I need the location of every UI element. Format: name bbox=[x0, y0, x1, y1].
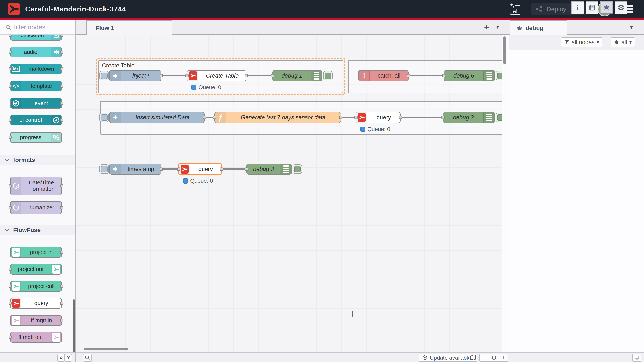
zoom-in-button[interactable]: + bbox=[498, 354, 508, 362]
port-out[interactable] bbox=[60, 285, 63, 288]
port-out[interactable] bbox=[60, 184, 63, 187]
node-debug-2[interactable]: debug 2 bbox=[443, 112, 495, 123]
port-out[interactable] bbox=[399, 116, 402, 119]
filter-nodes-input[interactable] bbox=[14, 24, 67, 31]
debug-toggle-button[interactable] bbox=[323, 71, 333, 80]
zoom-out-button[interactable]: − bbox=[480, 354, 489, 362]
node-debug-1[interactable]: debug 1 bbox=[272, 70, 322, 81]
palette-node-audio[interactable]: audio bbox=[10, 47, 62, 57]
inject-button[interactable] bbox=[100, 71, 109, 80]
port-in[interactable] bbox=[9, 136, 12, 139]
port-in[interactable] bbox=[186, 74, 189, 77]
tab-flow-1[interactable]: Flow 1 bbox=[86, 20, 172, 35]
wire[interactable] bbox=[400, 117, 443, 118]
port-in[interactable] bbox=[9, 67, 12, 70]
tab-debug[interactable]: debug bbox=[510, 20, 567, 35]
palette-node-query[interactable]: query bbox=[10, 298, 62, 309]
ai-assistant-button[interactable]: AI bbox=[509, 3, 521, 15]
add-flow-button[interactable]: + bbox=[481, 22, 492, 32]
port-out[interactable] bbox=[220, 168, 223, 171]
palette-node-progress[interactable]: progress % bbox=[10, 132, 62, 143]
node-create-table[interactable]: Create Table bbox=[187, 70, 246, 81]
palette-node-project-call[interactable]: project call bbox=[10, 281, 62, 292]
port-in[interactable] bbox=[9, 119, 12, 122]
palette-node-datetime-formatter[interactable]: Date/Time Formatter bbox=[10, 177, 62, 195]
node-debug-6[interactable]: debug 6 bbox=[444, 70, 495, 81]
port-out[interactable] bbox=[60, 51, 63, 54]
help-tab-button[interactable] bbox=[586, 1, 598, 14]
port-out[interactable] bbox=[60, 251, 63, 254]
port-out[interactable] bbox=[339, 116, 342, 119]
port-out[interactable] bbox=[60, 35, 63, 37]
node-query-3-selected[interactable]: query bbox=[178, 163, 222, 175]
port-in[interactable] bbox=[9, 184, 12, 187]
node-generate-sensor-data[interactable]: f Generate last 7 days sensor data bbox=[214, 112, 341, 123]
port-in[interactable] bbox=[271, 74, 274, 77]
debug-filter-button[interactable]: all nodes ▾ bbox=[561, 37, 602, 47]
palette-node-event[interactable]: event bbox=[10, 98, 62, 109]
port-out[interactable] bbox=[60, 102, 63, 105]
wire[interactable] bbox=[246, 75, 272, 76]
palette-node-project-in[interactable]: project in bbox=[10, 247, 62, 258]
canvas-search-button[interactable] bbox=[83, 354, 92, 362]
port-out[interactable] bbox=[407, 74, 410, 77]
port-out[interactable] bbox=[60, 319, 63, 322]
update-available-button[interactable]: Update available bbox=[419, 354, 474, 362]
inject-button[interactable] bbox=[100, 165, 109, 174]
port-in[interactable] bbox=[177, 168, 180, 171]
node-timestamp[interactable]: timestamp bbox=[109, 164, 162, 175]
wire[interactable] bbox=[162, 169, 178, 170]
port-in[interactable] bbox=[354, 116, 358, 119]
port-out[interactable] bbox=[160, 74, 163, 77]
palette-collapse-all-button[interactable] bbox=[58, 354, 65, 362]
port-in[interactable] bbox=[442, 74, 445, 77]
wire[interactable] bbox=[162, 75, 187, 76]
port-in[interactable] bbox=[442, 116, 445, 119]
node-inject-1[interactable]: inject ¹ bbox=[109, 70, 162, 81]
palette-node-project-out[interactable]: project out bbox=[10, 264, 62, 275]
expand-sidebar-button[interactable] bbox=[632, 354, 642, 362]
port-in[interactable] bbox=[9, 336, 12, 339]
info-tab-button[interactable]: i bbox=[571, 1, 584, 14]
config-tab-button[interactable]: ⚙ bbox=[614, 1, 628, 14]
wire[interactable] bbox=[341, 117, 356, 118]
port-out[interactable] bbox=[60, 206, 63, 209]
palette-node-ui-control[interactable]: ui control bbox=[10, 115, 62, 126]
port-out[interactable] bbox=[60, 119, 63, 122]
inject-button[interactable] bbox=[100, 113, 109, 122]
port-out[interactable] bbox=[245, 74, 248, 77]
navigator-map-button[interactable] bbox=[468, 354, 478, 362]
palette-node-markdown[interactable]: M↓ markdown bbox=[10, 64, 62, 74]
flow-list-caret-icon[interactable]: ▾ bbox=[496, 23, 499, 30]
palette-scroll-area[interactable]: notification audio M↓ markdown bbox=[0, 35, 75, 352]
palette-node-template[interactable]: </> template bbox=[10, 81, 62, 91]
debug-toggle-button[interactable] bbox=[292, 165, 302, 174]
palette-search[interactable] bbox=[0, 20, 75, 35]
port-in[interactable] bbox=[9, 85, 12, 88]
palette-node-notification[interactable]: notification bbox=[10, 35, 62, 41]
palette-node-ff-mqtt-in[interactable]: ff mqtt in bbox=[10, 315, 62, 326]
port-out[interactable] bbox=[60, 67, 63, 70]
node-debug-3[interactable]: debug 3 bbox=[246, 164, 292, 175]
palette-section-flowfuse[interactable]: FlowFuse bbox=[0, 225, 75, 235]
port-in[interactable] bbox=[9, 35, 12, 37]
port-out[interactable] bbox=[203, 116, 206, 119]
wire[interactable] bbox=[222, 169, 246, 170]
debug-clear-button[interactable]: all ▾ bbox=[611, 37, 635, 47]
flowfuse-logo-icon[interactable] bbox=[8, 3, 20, 15]
node-catch-all[interactable]: ! catch: all bbox=[358, 70, 409, 81]
port-in[interactable] bbox=[9, 302, 12, 305]
canvas-vertical-scrollbar[interactable] bbox=[503, 36, 506, 64]
palette-node-ff-mqtt-out[interactable]: ff mqtt out bbox=[10, 332, 62, 343]
port-in[interactable] bbox=[9, 206, 12, 209]
node-insert-simulated-data[interactable]: Insert simulated Data bbox=[109, 112, 205, 123]
port-in[interactable] bbox=[9, 268, 12, 271]
port-in[interactable] bbox=[245, 168, 248, 171]
wire[interactable] bbox=[409, 75, 444, 76]
port-in[interactable] bbox=[213, 116, 216, 119]
palette-expand-all-button[interactable] bbox=[65, 354, 72, 362]
sidebar-tabs-caret-icon[interactable]: ▾ bbox=[630, 24, 633, 31]
port-out[interactable] bbox=[160, 168, 163, 171]
port-out[interactable] bbox=[60, 302, 63, 305]
palette-node-humanizer[interactable]: humanizer bbox=[10, 201, 62, 214]
